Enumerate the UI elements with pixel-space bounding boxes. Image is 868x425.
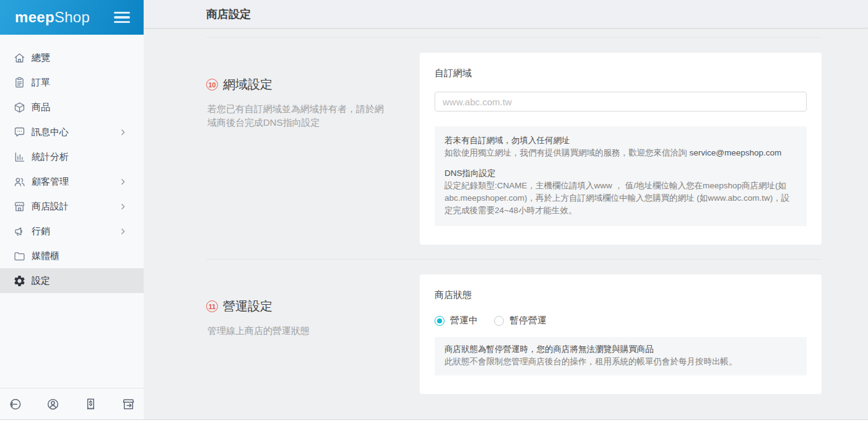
radio-paused[interactable]: 暫停營運 xyxy=(494,315,547,326)
sidebar-item-label: 行銷 xyxy=(32,226,119,237)
section-title: 網域設定 xyxy=(223,76,272,93)
analytics-icon xyxy=(12,150,26,164)
divider xyxy=(206,37,822,38)
radio-operating[interactable]: 營運中 xyxy=(435,315,478,326)
sidebar-item-label: 統計分析 xyxy=(32,151,127,163)
settings-content: 10 網域設定 若您已有自訂網域並為網域持有者，請於網域商後台完成DNS指向設定… xyxy=(144,28,868,419)
sidebar-item-messages[interactable]: 訊息中心 xyxy=(0,120,144,144)
dns-note-block: DNS指向設定 設定紀錄類型:CNAME，主機欄位請填入www ， 值/地址欄位… xyxy=(445,167,797,217)
section-number-badge: 11 xyxy=(206,300,218,312)
operation-settings-card: 商店狀態 營運中 暫停營運 商店狀態為暫停營運時，您的商店將無法瀏覽與購買商品 xyxy=(420,274,822,394)
page-header: 商店設定 xyxy=(144,0,868,28)
sidebar-footer xyxy=(0,388,144,419)
sidebar-item-label: 商店設計 xyxy=(32,201,119,212)
sidebar-item-label: 媒體櫃 xyxy=(32,250,127,262)
logo-bold: meep xyxy=(15,9,54,25)
products-icon xyxy=(12,100,26,114)
sidebar-item-overview[interactable]: 總覽 xyxy=(0,45,144,70)
section-number-badge: 10 xyxy=(206,79,218,90)
radio-circle-icon xyxy=(435,316,445,326)
sidebar-item-settings[interactable]: 設定 xyxy=(0,268,144,293)
section-domain-settings: 10 網域設定 若您已有自訂網域並為網域持有者，請於網域商後台完成DNS指向設定… xyxy=(206,53,822,245)
section-operation-settings: 11 營運設定 管理線上商店的營運狀態 商店狀態 營運中 暫 xyxy=(206,274,822,394)
domain-note-line: 如欲使用獨立網址，我們有提供購買網域的服務，歡迎您來信洽詢service@mee… xyxy=(445,147,797,159)
sidebar-item-orders[interactable]: 訂單 xyxy=(0,70,144,95)
operation-note-box: 商店狀態為暫停營運時，您的商店將無法瀏覽與購買商品 此狀態不會限制您管理商店後台… xyxy=(435,337,807,375)
visit-store-icon[interactable] xyxy=(121,396,137,412)
app-window: meepShop 總覽 訂單 商品 xyxy=(0,0,868,420)
sidebar-item-label: 商品 xyxy=(32,102,127,113)
radio-label: 營運中 xyxy=(450,315,478,326)
domain-settings-card: 自訂網域 若未有自訂網域，勿填入任何網址 如欲使用獨立網址，我們有提供購買網域的… xyxy=(420,53,822,245)
sidebar-item-label: 顧客管理 xyxy=(32,176,119,188)
section-domain-intro: 10 網域設定 若您已有自訂網域並為網域持有者，請於網域商後台完成DNS指向設定 xyxy=(206,53,420,129)
chevron-right-icon xyxy=(119,227,127,235)
logo-light: Shop xyxy=(54,9,90,25)
sidebar: meepShop 總覽 訂單 商品 xyxy=(0,0,144,419)
account-icon[interactable] xyxy=(45,396,61,412)
store-status-radio-group: 營運中 暫停營運 xyxy=(435,315,807,326)
operation-note-heading: 商店狀態為暫停營運時，您的商店將無法瀏覽與購買商品 xyxy=(445,343,797,356)
dns-text: 設定紀錄類型:CNAME，主機欄位請填入www ， 值/地址欄位輸入您在meep… xyxy=(445,180,797,217)
divider xyxy=(206,259,822,260)
main-area: 商店設定 10 網域設定 若您已有自訂網域並為網域持有者，請於網域商後台完成DN… xyxy=(144,0,868,419)
section-heading: 10 網域設定 xyxy=(206,76,393,93)
meepshop-logo[interactable]: meepShop xyxy=(15,9,90,26)
orders-icon xyxy=(12,76,26,89)
sidebar-item-marketing[interactable]: 行銷 xyxy=(0,219,144,243)
radio-circle-icon xyxy=(494,316,504,326)
sidebar-item-media[interactable]: 媒體櫃 xyxy=(0,243,144,268)
hamburger-menu-icon[interactable] xyxy=(113,11,131,25)
domain-note-box: 若未有自訂網域，勿填入任何網址 如欲使用獨立網址，我們有提供購買網域的服務，歡迎… xyxy=(435,126,807,226)
store-status-label: 商店狀態 xyxy=(435,289,807,301)
marketing-icon xyxy=(12,224,26,238)
service-email-link[interactable]: service@meepshop.com xyxy=(690,148,782,157)
sidebar-item-store-design[interactable]: 商店設計 xyxy=(0,194,144,219)
sidebar-item-label: 設定 xyxy=(32,275,127,287)
sidebar-item-customers[interactable]: 顧客管理 xyxy=(0,169,144,194)
custom-domain-label: 自訂網域 xyxy=(435,68,807,79)
chevron-right-icon xyxy=(119,203,127,211)
sidebar-item-label: 訊息中心 xyxy=(32,126,119,138)
radio-label: 暫停營運 xyxy=(510,315,547,326)
home-icon xyxy=(12,51,26,64)
custom-domain-input[interactable] xyxy=(435,92,807,112)
chevron-right-icon xyxy=(119,128,127,136)
sidebar-item-analytics[interactable]: 統計分析 xyxy=(0,144,144,169)
customers-icon xyxy=(12,175,26,188)
billing-icon[interactable] xyxy=(83,396,99,412)
sidebar-item-label: 訂單 xyxy=(32,77,127,89)
sidebar-nav: 總覽 訂單 商品 訊息中心 xyxy=(0,35,144,388)
chevron-right-icon xyxy=(119,178,127,186)
sidebar-header: meepShop xyxy=(0,0,144,35)
settings-icon xyxy=(12,274,26,287)
messages-icon xyxy=(12,125,26,139)
media-icon xyxy=(12,249,26,263)
logout-icon[interactable] xyxy=(7,396,23,412)
section-heading: 11 營運設定 xyxy=(206,298,393,315)
section-operation-intro: 11 營運設定 管理線上商店的營運狀態 xyxy=(206,274,420,338)
section-description: 管理線上商店的營運狀態 xyxy=(207,324,393,338)
section-description: 若您已有自訂網域並為網域持有者，請於網域商後台完成DNS指向設定 xyxy=(207,102,393,129)
store-design-icon xyxy=(12,199,26,213)
sidebar-item-products[interactable]: 商品 xyxy=(0,95,144,120)
dns-heading: DNS指向設定 xyxy=(445,167,797,180)
domain-note-heading: 若未有自訂網域，勿填入任何網址 xyxy=(445,134,797,147)
sidebar-item-label: 總覽 xyxy=(32,52,127,64)
operation-note-line: 此狀態不會限制您管理商店後台的操作，租用系統的帳單仍會於每月按時出帳。 xyxy=(445,356,797,368)
section-title: 營運設定 xyxy=(223,298,272,315)
page-title: 商店設定 xyxy=(206,7,251,22)
